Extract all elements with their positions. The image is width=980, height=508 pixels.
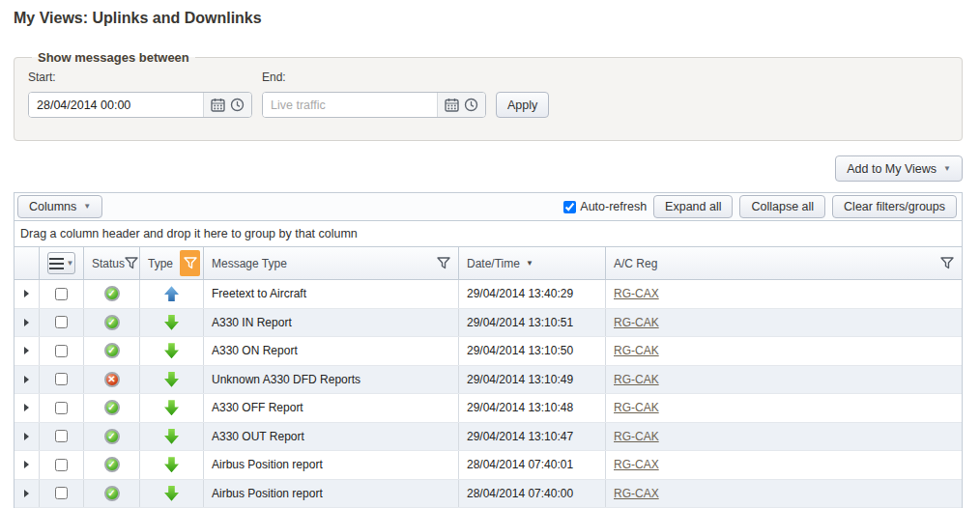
apply-button[interactable]: Apply (496, 92, 549, 118)
start-picker-icons (203, 93, 251, 117)
expand-row-icon[interactable] (24, 404, 29, 411)
status-column-header[interactable]: Status (84, 247, 140, 279)
filter-funnel-icon[interactable] (437, 257, 450, 269)
grid-header-row: ▼ Status Type Messa (14, 247, 962, 280)
filter-panel: Show messages between Start: (14, 50, 963, 141)
expand-row-icon[interactable] (24, 347, 29, 354)
status-error-icon: ✕ (104, 372, 120, 387)
message-type-cell: Unknown A330 DFD Reports (204, 366, 459, 394)
columns-label: Columns (29, 200, 76, 213)
add-to-my-views-label: Add to My Views (847, 162, 937, 176)
table-row: ✓ Airbus Position report 28/04/2014 07:4… (14, 480, 962, 508)
chevron-down-icon: ▼ (67, 260, 74, 268)
row-select-checkbox[interactable] (55, 316, 68, 328)
uplink-arrow-icon (164, 286, 179, 301)
chevron-down-icon: ▼ (943, 165, 951, 173)
filter-funnel-icon[interactable] (125, 257, 138, 269)
auto-refresh-label: Auto-refresh (580, 200, 647, 213)
row-select-checkbox[interactable] (55, 288, 68, 300)
active-filter-funnel-icon[interactable] (180, 250, 200, 276)
ac-reg-link[interactable]: RG-CAX (614, 287, 659, 300)
group-by-drop-zone[interactable]: Drag a column header and drop it here to… (14, 220, 962, 247)
datetime-cell: 29/04/2014 13:10:50 (459, 337, 606, 365)
datetime-column-header[interactable]: Date/Time ▼ (459, 247, 606, 279)
datetime-cell: 29/04/2014 13:10:48 (459, 394, 606, 422)
message-type-cell: Freetext to Aircraft (204, 280, 459, 308)
messages-grid: Columns ▼ Auto-refresh Expand all Collap… (14, 192, 963, 508)
hamburger-menu-button[interactable]: ▼ (47, 252, 75, 274)
status-success-icon: ✓ (104, 286, 120, 301)
expander-column-header (14, 247, 40, 279)
table-row: ✓ Airbus Position report 28/04/2014 07:4… (14, 451, 962, 480)
collapse-all-button[interactable]: Collapse all (739, 195, 825, 218)
type-column-header[interactable]: Type (140, 247, 204, 279)
sort-descending-icon: ▼ (526, 259, 533, 268)
clock-icon[interactable] (464, 98, 478, 112)
row-select-checkbox[interactable] (55, 487, 68, 499)
grid-body: ✓ Freetext to Aircraft 29/04/2014 13:40:… (14, 280, 962, 508)
ac-reg-link[interactable]: RG-CAK (614, 430, 659, 443)
status-success-icon: ✓ (104, 457, 120, 472)
chevron-down-icon: ▼ (83, 203, 91, 211)
columns-button[interactable]: Columns ▼ (17, 195, 102, 218)
ac-reg-link[interactable]: RG-CAX (614, 458, 659, 471)
table-row: ✓ A330 OUT Report 29/04/2014 13:10:47 RG… (14, 423, 962, 452)
end-label: End: (262, 71, 486, 84)
page-title: My Views: Uplinks and Downlinks (14, 10, 262, 27)
downlink-arrow-icon (164, 457, 179, 472)
message-type-cell: Airbus Position report (204, 480, 459, 508)
datetime-cell: 29/04/2014 13:10:49 (459, 366, 606, 394)
clock-icon[interactable] (230, 98, 245, 112)
expand-row-icon[interactable] (24, 490, 29, 497)
downlink-arrow-icon (164, 429, 179, 444)
hamburger-icon (49, 258, 64, 269)
expand-row-icon[interactable] (24, 433, 29, 440)
expand-row-icon[interactable] (24, 319, 29, 326)
calendar-icon[interactable] (445, 98, 459, 112)
expand-all-button[interactable]: Expand all (653, 195, 733, 218)
expand-row-icon[interactable] (24, 376, 29, 383)
start-input[interactable] (29, 93, 203, 117)
table-row: ✕ Unknown A330 DFD Reports 29/04/2014 13… (14, 366, 962, 395)
ac-reg-link[interactable]: RG-CAK (614, 401, 659, 414)
row-select-checkbox[interactable] (55, 459, 68, 471)
expand-row-icon[interactable] (24, 290, 29, 297)
status-success-icon: ✓ (104, 486, 120, 501)
message-type-column-header[interactable]: Message Type (204, 247, 459, 279)
end-input-group (262, 92, 486, 118)
end-picker-icons (437, 93, 485, 117)
message-type-cell: A330 OUT Report (204, 423, 459, 451)
expand-row-icon[interactable] (24, 461, 29, 468)
ac-reg-column-header[interactable]: A/C Reg (606, 247, 962, 279)
start-input-group (28, 92, 252, 118)
auto-refresh-checkbox[interactable] (563, 201, 576, 213)
row-select-checkbox[interactable] (55, 430, 68, 442)
ac-reg-link[interactable]: RG-CAK (614, 373, 659, 386)
downlink-arrow-icon (164, 315, 179, 330)
downlink-arrow-icon (164, 486, 179, 501)
row-select-checkbox[interactable] (55, 373, 68, 385)
ac-reg-link[interactable]: RG-CAK (614, 316, 659, 329)
status-success-icon: ✓ (104, 343, 120, 358)
table-row: ✓ A330 ON Report 29/04/2014 13:10:50 RG-… (14, 337, 962, 366)
end-input[interactable] (263, 93, 437, 117)
clear-filters-button[interactable]: Clear filters/groups (832, 195, 957, 218)
downlink-arrow-icon (164, 400, 179, 415)
datetime-cell: 29/04/2014 13:10:47 (459, 423, 606, 451)
message-type-cell: A330 OFF Report (204, 394, 459, 422)
message-type-cell: A330 ON Report (204, 337, 459, 365)
filter-funnel-icon[interactable] (940, 257, 954, 269)
row-select-checkbox[interactable] (55, 402, 68, 414)
table-row: ✓ A330 IN Report 29/04/2014 13:10:51 RG-… (14, 309, 962, 338)
ac-reg-link[interactable]: RG-CAK (614, 344, 659, 357)
ac-reg-link[interactable]: RG-CAX (614, 487, 659, 500)
add-to-my-views-button[interactable]: Add to My Views ▼ (835, 155, 963, 182)
grid-toolbar: Columns ▼ Auto-refresh Expand all Collap… (14, 193, 962, 220)
start-label: Start: (28, 71, 252, 84)
datetime-cell: 29/04/2014 13:40:29 (459, 280, 606, 308)
table-row: ✓ A330 OFF Report 29/04/2014 13:10:48 RG… (14, 394, 962, 423)
calendar-icon[interactable] (211, 98, 225, 112)
downlink-arrow-icon (164, 372, 179, 387)
datetime-cell: 28/04/2014 07:40:00 (459, 480, 606, 508)
row-select-checkbox[interactable] (55, 345, 68, 357)
